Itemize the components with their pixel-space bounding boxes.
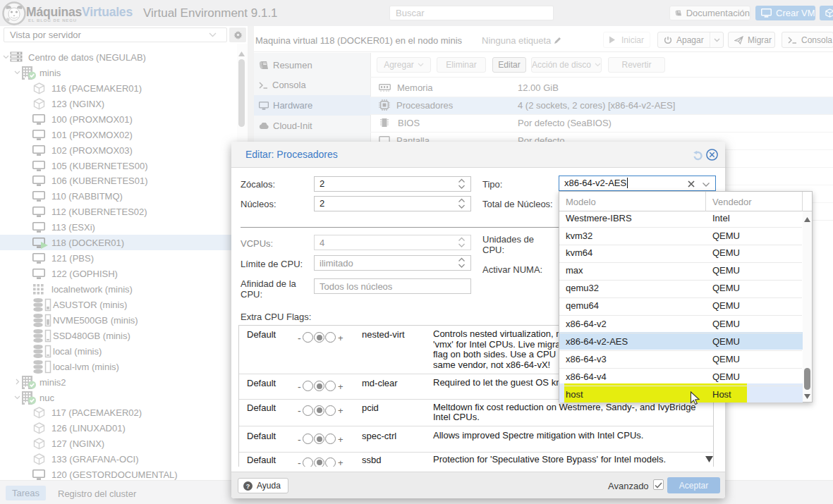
svg-text:?: ? (246, 482, 250, 489)
